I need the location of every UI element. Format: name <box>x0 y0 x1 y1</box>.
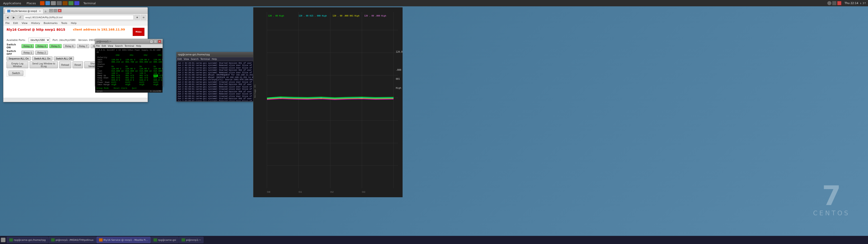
minimize-btn[interactable]: ─ <box>49 9 53 12</box>
relay-btn-3[interactable]: Relay 3 <box>22 44 34 48</box>
app-icon-1[interactable] <box>40 1 44 5</box>
ports-label: Available Ports: <box>6 39 26 41</box>
bookmark-btn[interactable]: ★ <box>134 15 140 20</box>
relay-btn-2[interactable]: Relay 2 <box>35 51 48 55</box>
browser-toolbar: ◀ ▶ ↺ ★ ≡ <box>3 14 148 21</box>
taskbar-btn-rpg-carne[interactable]: rpg@carne-gsi:/home/rpg <box>7 237 48 243</box>
reset-alarm-btn[interactable]: Reset Alarm <box>114 87 127 89</box>
terminal-controls: ─ □ ✕ <box>150 40 161 43</box>
quit-btn[interactable]: Quit <box>132 87 137 89</box>
close-btn[interactable]: ✕ <box>58 9 61 12</box>
app-icon-7[interactable] <box>74 1 79 5</box>
app-icon-6[interactable] <box>68 1 73 5</box>
tab-label: Rly16 Service @ nnrp1 <box>11 10 37 12</box>
tmenu-edit[interactable]: Edit <box>102 45 106 47</box>
reset-btn[interactable]: Reset <box>72 61 83 68</box>
menu-btn[interactable]: ≡ <box>141 15 146 20</box>
browser-tabs: Rly16 Service @ nnrp1 ✕ + <box>5 7 48 13</box>
desktop: 7 CENTOS Applications Places Terminal <box>0 0 868 244</box>
powerdown-row: Power Down KillKillKillKill <box>96 81 162 84</box>
lmenu-edit[interactable]: Edit <box>178 58 182 60</box>
menu-file[interactable]: File <box>5 22 10 25</box>
reload-btn-page[interactable]: Reload <box>59 61 71 68</box>
relay-btn-1[interactable]: Relay 1 <box>22 51 34 55</box>
taskbar-btn-pi-nnrp1-midas[interactable]: pi@nnrp1: /MIDAS/THttpdlinux <box>49 237 96 243</box>
tab-close-btn[interactable]: ✕ <box>39 10 41 12</box>
terminal-footer: Group Mode Reset Alarm Quit <box>95 87 162 90</box>
url-bar[interactable] <box>24 15 133 20</box>
port-select[interactable]: /dev/ttyUSB0 <box>29 38 50 42</box>
switch-info-panel: Switch <box>6 69 25 77</box>
app-icon-5[interactable] <box>63 1 68 5</box>
system-tray-icons <box>827 1 841 5</box>
vmon-row: Vmon 120.04 V120.01 V120.00 V120.06 V <box>96 59 162 61</box>
relay-btn-4[interactable]: Relay 4 <box>35 44 48 48</box>
terminal-minimize[interactable]: ─ <box>150 40 153 43</box>
taskbar-btn-rly16-firefox[interactable]: Rly16 Service @ nnrp1 - Mozilla Fi... <box>96 237 151 243</box>
taskbar-bottom: rpg@carne-gsi:/home/rpg pi@nnrp1: /MIDAS… <box>0 236 868 244</box>
menu-edit[interactable]: Edit <box>12 22 19 25</box>
terminal-icon-4 <box>182 238 185 242</box>
seq-all-on-btn[interactable]: Sequence ALL On <box>6 57 31 61</box>
applications-menu[interactable]: Applications <box>2 1 22 5</box>
client-address: client address is 192.168.11.99 <box>73 28 125 31</box>
terminal-menubar: File Edit View Search Terminal Help <box>95 44 162 48</box>
terminal-menu[interactable]: Terminal <box>82 1 97 5</box>
clock: Thu 22:14 <box>844 2 858 5</box>
forward-btn[interactable]: ▶ <box>11 15 17 20</box>
terminal-title: pi@nnrp1:~ <box>96 40 112 43</box>
polarity-row: Polarity <box>96 57 162 59</box>
app-icon-4[interactable] <box>57 1 62 5</box>
terminal-maximize[interactable]: □ <box>154 40 157 43</box>
terminal-titlebar: pi@nnrp1:~ ─ □ ✕ <box>95 39 162 44</box>
relay-btn-6[interactable]: Relay 6 <box>63 44 75 48</box>
power-icon[interactable] <box>837 1 841 5</box>
tmenu-view[interactable]: View <box>108 45 113 47</box>
app-icon-3[interactable] <box>51 1 56 5</box>
switch-all-on-btn[interactable]: Switch ALL On <box>32 57 53 61</box>
places-menu[interactable]: Places <box>25 1 37 5</box>
new-tab-btn[interactable]: + <box>43 9 48 13</box>
browser-titlebar: Rly16 Service @ nnrp1 ✕ + ─ □ ✕ <box>3 7 148 14</box>
svg-text:High: High <box>396 87 401 89</box>
taskbar-top-left: Applications Places Terminal <box>2 1 97 5</box>
menu-tools[interactable]: Tools <box>60 22 68 25</box>
back-btn[interactable]: ◀ <box>5 15 10 20</box>
taskbar-btn-rpg-carne2[interactable]: rpg@carne-gsi <box>151 237 179 243</box>
terminal-close[interactable]: ✕ <box>158 40 161 43</box>
relay-btn-5[interactable]: Relay 5 <box>49 44 62 48</box>
maximize-btn[interactable]: □ <box>54 9 57 12</box>
taskbar-top-right: Thu 22:14 ↓ 3↑ <box>827 1 866 5</box>
group-mode-btn[interactable]: Group Mode <box>96 87 109 89</box>
tmenu-search[interactable]: Search <box>115 45 123 47</box>
lmenu-view[interactable]: View <box>184 58 189 60</box>
volume-icon <box>832 1 836 5</box>
lmenu-help[interactable]: Help <box>212 58 217 60</box>
lmenu-search[interactable]: Search <box>191 58 198 60</box>
menu-view[interactable]: View <box>21 22 28 25</box>
port-label: Port: /dev/ttyUSB0 <box>53 39 75 41</box>
voltage-graph-svg: 120.00 .000 001 High 120 . 00 High 120 .… <box>253 7 403 197</box>
relay-btn-7[interactable]: Relay 7 <box>77 44 89 48</box>
ps-table: Ch0 Ch1 Ch2 Ch3 Polarity Vmon 120.04 V12… <box>96 54 162 86</box>
switch-on-label: Switch ON <box>6 43 20 49</box>
taskbar-btn-pi-nnrp1[interactable]: pi@nnrp1:~ <box>179 237 204 243</box>
rampdown-row: Ramp Down 001 V/S001 V/S001 V/S001 V/S <box>96 77 162 79</box>
app-icon-2[interactable] <box>45 1 50 5</box>
switch-btn[interactable]: Switch <box>8 71 23 76</box>
send-log-btn[interactable]: Send Log Window to ELog <box>30 61 58 68</box>
browser-window-controls: ─ □ ✕ <box>49 9 61 12</box>
reload-btn[interactable]: ↺ <box>18 15 23 20</box>
tmenu-file[interactable]: File <box>96 45 100 47</box>
lmenu-terminal[interactable]: Terminal <box>200 58 210 60</box>
tmenu-terminal[interactable]: Terminal <box>125 45 134 47</box>
switch-all-off-btn[interactable]: Switch ALL Off <box>54 57 74 61</box>
browser-tab-active[interactable]: Rly16 Service @ nnrp1 ✕ <box>5 8 43 13</box>
empty-log-btn[interactable]: Empty Log Window <box>6 61 28 68</box>
menu-help[interactable]: Help <box>70 22 77 25</box>
status-host: nnrp1 <box>96 90 103 92</box>
menu-history[interactable]: History <box>31 22 41 25</box>
tmenu-help[interactable]: Help <box>136 45 141 47</box>
menu-bookmarks[interactable]: Bookmarks <box>43 22 58 25</box>
terminal-icon-1 <box>9 238 13 242</box>
